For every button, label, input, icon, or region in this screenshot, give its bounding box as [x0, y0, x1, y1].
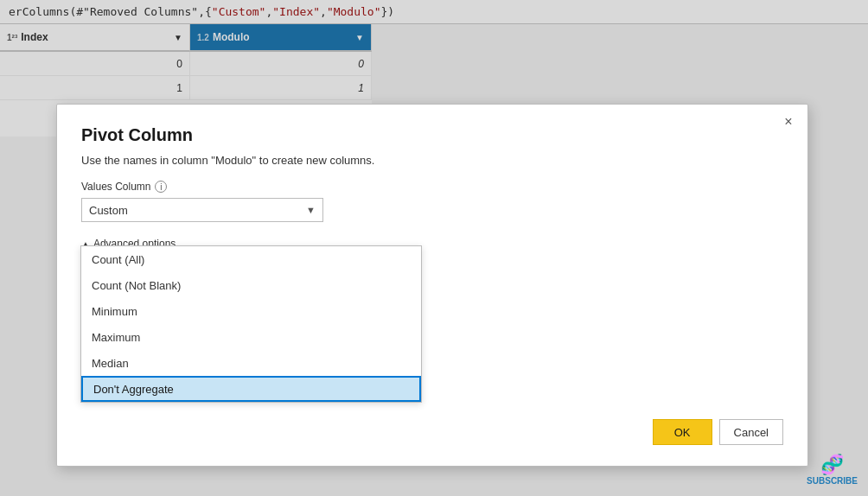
dropdown-item-dont-aggregate[interactable]: Don't Aggregate	[81, 376, 421, 402]
aggregate-dropdown-menu[interactable]: Count (All) Count (Not Blank) Minimum Ma…	[80, 245, 422, 403]
dialog-title: Pivot Column	[57, 105, 807, 154]
subscribe-badge: 🧬 SUBSCRIBE	[807, 454, 858, 486]
dropdown-item-median[interactable]: Median	[81, 350, 421, 376]
values-column-value: Custom	[89, 204, 128, 217]
dropdown-item-count-not-blank[interactable]: Count (Not Blank)	[81, 272, 421, 298]
values-column-select[interactable]: Custom ▼	[81, 198, 323, 222]
dropdown-item-count-all[interactable]: Count (All)	[81, 246, 421, 272]
values-column-arrow-icon: ▼	[306, 205, 316, 215]
dialog-footer: OK Cancel	[653, 419, 783, 445]
dropdown-item-maximum[interactable]: Maximum	[81, 324, 421, 350]
cancel-button[interactable]: Cancel	[719, 419, 783, 445]
dialog-description: Use the names in column "Modulo" to crea…	[57, 154, 807, 181]
values-column-label: Values Column i	[81, 181, 783, 193]
dialog-close-button[interactable]: ×	[780, 113, 797, 130]
subscribe-dna-icon: 🧬	[820, 454, 844, 476]
subscribe-label: SUBSCRIBE	[807, 476, 858, 486]
values-column-info-icon[interactable]: i	[155, 181, 167, 193]
ok-button[interactable]: OK	[653, 419, 712, 445]
dropdown-item-minimum[interactable]: Minimum	[81, 298, 421, 324]
